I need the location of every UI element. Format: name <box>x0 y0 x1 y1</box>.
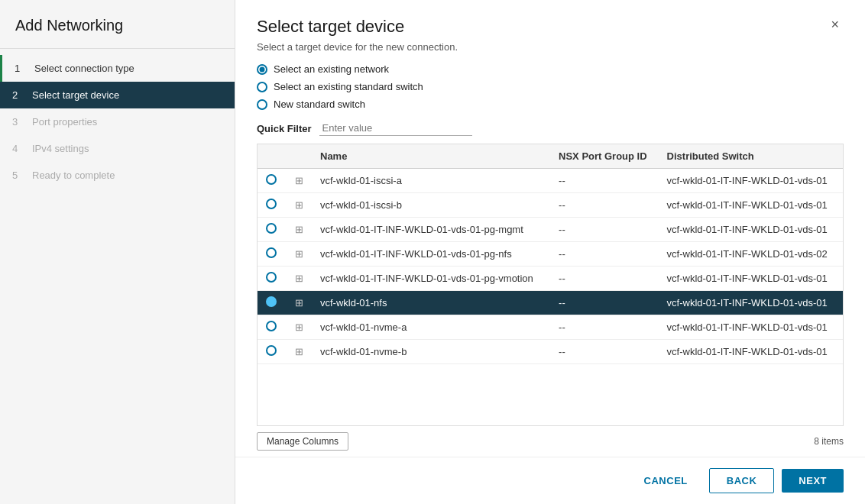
radio-option-1[interactable]: Select an existing network <box>257 63 844 75</box>
row-radio-circle-0 <box>266 174 277 185</box>
table-row[interactable]: ⊞ vcf-wkld-01-IT-INF-WKLD-01-vds-01-pg-m… <box>258 218 843 242</box>
radio-circle-3 <box>257 99 267 110</box>
table-header-row: Name NSX Port Group ID Distributed Switc… <box>258 144 843 169</box>
radio-circle-1 <box>257 64 267 75</box>
step-label-1: Select connection type <box>34 63 134 74</box>
table-row[interactable]: ⊞ vcf-wkld-01-IT-INF-WKLD-01-vds-01-pg-v… <box>258 267 843 291</box>
row-nsx-7: -- <box>551 340 659 364</box>
table-footer: Manage Columns 8 items <box>235 426 865 457</box>
row-name-1: vcf-wkld-01-iscsi-b <box>313 193 551 218</box>
radio-circle-2 <box>257 82 267 92</box>
network-icon-5: ⊞ <box>293 297 305 309</box>
row-radio-2 <box>258 218 285 242</box>
network-icon-3: ⊞ <box>293 248 305 260</box>
main-header: Select target device × <box>235 0 865 37</box>
row-ds-3: vcf-wkld-01-IT-INF-WKLD-01-vds-02 <box>659 242 843 267</box>
radio-options: Select an existing network Select an exi… <box>235 63 865 121</box>
step-num-2: 2 <box>12 89 24 101</box>
row-nsx-0: -- <box>551 169 659 193</box>
row-radio-5 <box>258 291 285 315</box>
row-name-7: vcf-wkld-01-nvme-b <box>313 340 551 364</box>
sidebar: Add Networking 1 Select connection type2… <box>0 0 235 504</box>
step-label-2: Select target device <box>32 89 119 101</box>
col-icon <box>285 144 313 169</box>
row-ds-1: vcf-wkld-01-IT-INF-WKLD-01-vds-01 <box>659 193 843 218</box>
back-button[interactable]: BACK <box>709 468 775 493</box>
table-row[interactable]: ⊞ vcf-wkld-01-nvme-b -- vcf-wkld-01-IT-I… <box>258 340 843 364</box>
sidebar-step-1[interactable]: 1 Select connection type <box>0 55 235 82</box>
row-radio-circle-5 <box>266 296 277 307</box>
col-name[interactable]: Name <box>313 144 551 169</box>
row-icon-6: ⊞ <box>285 315 313 340</box>
row-icon-3: ⊞ <box>285 242 313 267</box>
row-radio-3 <box>258 242 285 267</box>
row-ds-6: vcf-wkld-01-IT-INF-WKLD-01-vds-01 <box>659 315 843 340</box>
row-radio-0 <box>258 169 285 193</box>
filter-label: Quick Filter <box>257 123 312 134</box>
network-icon-6: ⊞ <box>293 321 305 334</box>
sidebar-step-5: 5 Ready to complete <box>0 162 235 189</box>
step-label-3: Port properties <box>32 116 97 128</box>
col-nsx[interactable]: NSX Port Group ID <box>551 144 659 169</box>
row-ds-0: vcf-wkld-01-IT-INF-WKLD-01-vds-01 <box>659 169 843 193</box>
page-title: Select target device <box>257 17 404 37</box>
network-icon-7: ⊞ <box>293 346 305 358</box>
table-body: ⊞ vcf-wkld-01-iscsi-a -- vcf-wkld-01-IT-… <box>258 169 843 364</box>
search-input[interactable] <box>319 121 472 136</box>
network-table: Name NSX Port Group ID Distributed Switc… <box>258 144 843 364</box>
next-button[interactable]: NEXT <box>782 469 844 493</box>
radio-label-2: Select an existing standard switch <box>274 81 423 92</box>
col-ds[interactable]: Distributed Switch <box>659 144 843 169</box>
main-subtitle: Select a target device for the new conne… <box>235 37 865 63</box>
row-name-0: vcf-wkld-01-iscsi-a <box>313 169 551 193</box>
manage-columns-button[interactable]: Manage Columns <box>257 432 348 451</box>
row-icon-4: ⊞ <box>285 267 313 291</box>
step-num-4: 4 <box>12 143 24 154</box>
sidebar-step-3: 3 Port properties <box>0 108 235 135</box>
row-ds-2: vcf-wkld-01-IT-INF-WKLD-01-vds-01 <box>659 218 843 242</box>
dialog-footer: CANCEL BACK NEXT <box>235 457 865 504</box>
radio-label-1: Select an existing network <box>274 63 389 75</box>
row-ds-5: vcf-wkld-01-IT-INF-WKLD-01-vds-01 <box>659 291 843 315</box>
step-num-3: 3 <box>12 116 24 128</box>
row-icon-1: ⊞ <box>285 193 313 218</box>
table-row[interactable]: ⊞ vcf-wkld-01-nfs -- vcf-wkld-01-IT-INF-… <box>258 291 843 315</box>
sidebar-steps: 1 Select connection type2 Select target … <box>0 49 235 195</box>
row-name-2: vcf-wkld-01-IT-INF-WKLD-01-vds-01-pg-mgm… <box>313 218 551 242</box>
network-icon-1: ⊞ <box>293 199 305 212</box>
filter-row: Quick Filter <box>235 121 865 144</box>
main-content: Select target device × Select a target d… <box>235 0 865 504</box>
step-label-4: IPv4 settings <box>32 143 89 154</box>
row-radio-circle-2 <box>266 223 277 234</box>
table-container: Name NSX Port Group ID Distributed Switc… <box>257 144 844 426</box>
row-icon-5: ⊞ <box>285 291 313 315</box>
sidebar-step-2[interactable]: 2 Select target device <box>0 82 235 108</box>
radio-option-3[interactable]: New standard switch <box>257 99 844 110</box>
row-icon-2: ⊞ <box>285 218 313 242</box>
row-radio-1 <box>258 193 285 218</box>
row-nsx-2: -- <box>551 218 659 242</box>
row-name-4: vcf-wkld-01-IT-INF-WKLD-01-vds-01-pg-vmo… <box>313 267 551 291</box>
sidebar-title: Add Networking <box>0 0 235 49</box>
table-row[interactable]: ⊞ vcf-wkld-01-iscsi-b -- vcf-wkld-01-IT-… <box>258 193 843 218</box>
add-networking-dialog: Add Networking 1 Select connection type2… <box>0 0 865 504</box>
table-row[interactable]: ⊞ vcf-wkld-01-iscsi-a -- vcf-wkld-01-IT-… <box>258 169 843 193</box>
row-radio-circle-4 <box>266 272 277 283</box>
row-nsx-1: -- <box>551 193 659 218</box>
row-nsx-4: -- <box>551 267 659 291</box>
table-row[interactable]: ⊞ vcf-wkld-01-nvme-a -- vcf-wkld-01-IT-I… <box>258 315 843 340</box>
row-radio-4 <box>258 267 285 291</box>
row-radio-circle-7 <box>266 345 277 356</box>
cancel-button[interactable]: CANCEL <box>630 469 701 493</box>
row-ds-4: vcf-wkld-01-IT-INF-WKLD-01-vds-01 <box>659 267 843 291</box>
row-nsx-6: -- <box>551 315 659 340</box>
items-count: 8 items <box>814 436 844 447</box>
close-button[interactable]: × <box>826 15 844 34</box>
table-row[interactable]: ⊞ vcf-wkld-01-IT-INF-WKLD-01-vds-01-pg-n… <box>258 242 843 267</box>
row-ds-7: vcf-wkld-01-IT-INF-WKLD-01-vds-01 <box>659 340 843 364</box>
row-radio-7 <box>258 340 285 364</box>
network-icon-4: ⊞ <box>293 273 305 285</box>
radio-option-2[interactable]: Select an existing standard switch <box>257 81 844 92</box>
col-radio <box>258 144 285 169</box>
network-icon-2: ⊞ <box>293 224 305 236</box>
